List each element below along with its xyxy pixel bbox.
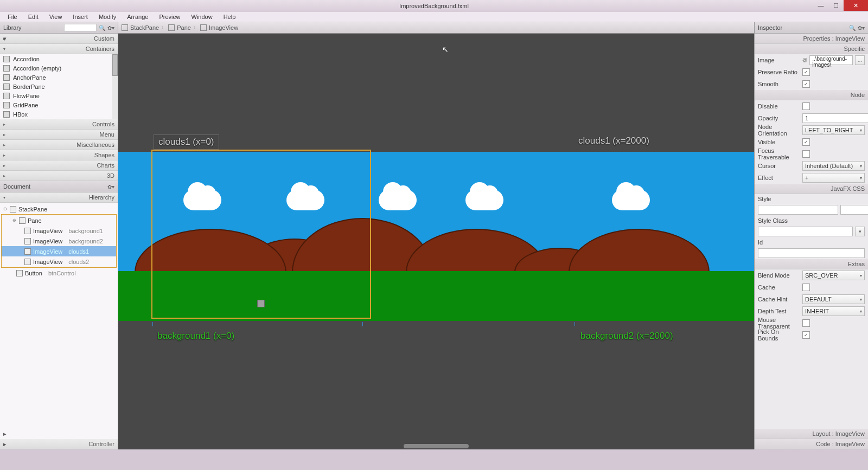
styleclass-field[interactable] [758, 227, 853, 236]
menu-edit[interactable]: Edit [24, 12, 43, 21]
breadcrumb-imageview[interactable]: ImageView [200, 24, 238, 31]
category-charts[interactable]: ▸Charts [0, 160, 118, 171]
opacity-field[interactable] [802, 113, 868, 123]
tree-node-pane[interactable]: ⊖Pane [2, 215, 116, 226]
library-search[interactable] [64, 24, 97, 31]
visible-checkbox[interactable]: ✓ [802, 138, 810, 146]
label-background2: background2 (x=2000) [580, 331, 673, 342]
orientation-combo[interactable]: LEFT_TO_RIGHT [802, 125, 865, 135]
list-item[interactable]: GridPane [0, 100, 118, 110]
preserve-ratio-checkbox[interactable]: ✓ [802, 68, 810, 76]
cache-checkbox[interactable] [802, 284, 810, 291]
tree-node-bg2[interactable]: ImageView background2 [2, 236, 116, 246]
tree-node-button[interactable]: Button btnControl [0, 268, 118, 278]
browse-button[interactable]: … [855, 55, 865, 65]
search-icon[interactable]: 🔍 [849, 25, 856, 31]
list-item[interactable]: BorderPane [0, 82, 118, 91]
tree-node-bg1[interactable]: ImageView background1 [2, 226, 116, 236]
cachehint-combo[interactable]: DEFAULT [802, 294, 865, 304]
controller-footer[interactable]: ▸Controller [0, 439, 118, 449]
section-specific: Specific [755, 44, 868, 54]
menu-file[interactable]: File [3, 12, 22, 21]
menu-bar: File Edit View Insert Modify Arrange Pre… [0, 12, 868, 22]
menu-arrange[interactable]: Arrange [123, 12, 152, 21]
label-clouds1-right: clouds1 (x=2000) [578, 136, 649, 146]
breadcrumb-pane[interactable]: Pane [168, 24, 191, 31]
id-field[interactable] [758, 248, 865, 258]
style-field-2[interactable] [840, 205, 868, 215]
menu-modify[interactable]: Modify [94, 12, 120, 21]
hscrollbar[interactable] [118, 443, 754, 449]
category-3d[interactable]: ▸3D [0, 171, 118, 181]
blend-combo[interactable]: SRC_OVER [802, 271, 865, 280]
depthtest-combo[interactable]: INHERIT [802, 306, 865, 316]
gear-icon[interactable]: ✿▾ [107, 184, 114, 190]
imageview-icon [200, 24, 207, 31]
section-extras: Extras [755, 259, 868, 269]
pane-icon [19, 217, 25, 224]
button-icon [16, 270, 23, 276]
layout-footer[interactable]: ▸Layout : ImageView [755, 429, 868, 439]
menu-window[interactable]: Window [187, 12, 217, 21]
category-custom[interactable]: ▸Custom [0, 34, 118, 44]
category-shapes[interactable]: ▸Shapes [0, 150, 118, 160]
styleclass-button[interactable]: ▾ [855, 227, 865, 236]
list-item[interactable]: AnchorPane [0, 73, 118, 82]
style-field[interactable] [758, 205, 838, 215]
close-button[interactable]: ✕ [844, 0, 868, 11]
pickonbounds-checkbox[interactable]: ✓ [802, 331, 810, 339]
code-footer[interactable]: ▸Code : ImageView [755, 439, 868, 449]
window-title: ImprovedBackground.fxml [399, 3, 469, 9]
smooth-checkbox[interactable]: ✓ [802, 80, 810, 88]
container-icon [3, 56, 10, 62]
menu-preview[interactable]: Preview [155, 12, 184, 21]
gear-icon[interactable]: ✿▾ [858, 25, 865, 31]
properties-header[interactable]: ▾Properties : ImageView [755, 34, 868, 44]
chevron-right-icon: 〉 [161, 24, 166, 31]
design-canvas[interactable]: clouds1 (x=0) clouds1 (x=2000) [118, 34, 754, 449]
at-icon: @ [802, 57, 807, 63]
cursor-combo[interactable]: Inherited (Default) [802, 161, 865, 171]
breadcrumb-stackpane[interactable]: StackPane [122, 24, 159, 31]
minimize-button[interactable]: — [813, 0, 828, 11]
scrollbar[interactable] [112, 54, 118, 119]
list-item[interactable]: FlowPane [0, 91, 118, 100]
focus-checkbox[interactable] [802, 150, 810, 158]
guide-tick [362, 322, 363, 326]
search-icon[interactable]: 🔍 [99, 25, 105, 31]
menu-help[interactable]: Help [219, 12, 240, 21]
title-bar: ImprovedBackground.fxml — ☐ ✕ [0, 0, 868, 12]
menu-view[interactable]: View [45, 12, 67, 21]
container-icon [3, 111, 10, 118]
effect-combo[interactable]: + [802, 173, 865, 183]
container-icon [3, 102, 10, 108]
tree-node-clouds1[interactable]: ImageView clouds1 [2, 246, 116, 256]
drag-handle[interactable] [257, 300, 265, 307]
menu-insert[interactable]: Insert [68, 12, 92, 21]
chevron-right-icon: 〉 [193, 24, 198, 31]
cursor-icon: ↖ [442, 45, 449, 54]
container-icon [3, 93, 10, 99]
guide-tick [152, 322, 153, 326]
list-item[interactable]: HBox [0, 110, 118, 119]
imageview-icon [24, 248, 31, 255]
tree-node-stackpane[interactable]: ⊖StackPane [0, 204, 118, 214]
hierarchy-header[interactable]: ▾Hierarchy [0, 192, 118, 203]
container-icon [3, 83, 10, 90]
tree-node-clouds2[interactable]: ImageView clouds2 [2, 256, 116, 267]
imageview-icon [24, 259, 31, 265]
image-path-field[interactable]: ..\background-images\ [809, 55, 853, 65]
gear-icon[interactable]: ✿▾ [107, 25, 114, 31]
category-misc[interactable]: ▸Miscellaneous [0, 140, 118, 150]
list-item[interactable]: Accordion [0, 54, 118, 63]
maximize-button[interactable]: ☐ [828, 0, 844, 11]
library-header: Library 🔍 ✿▾ [0, 22, 118, 34]
category-containers[interactable]: ▾Containers [0, 44, 118, 54]
disable-checkbox[interactable] [802, 102, 810, 110]
document-header: Document ✿▾ [0, 181, 118, 192]
mousetransparent-checkbox[interactable] [802, 319, 810, 327]
category-controls[interactable]: ▸Controls [0, 119, 118, 130]
imageview-icon [24, 238, 31, 244]
category-menu[interactable]: ▸Menu [0, 130, 118, 140]
list-item[interactable]: Accordion (empty) [0, 63, 118, 73]
